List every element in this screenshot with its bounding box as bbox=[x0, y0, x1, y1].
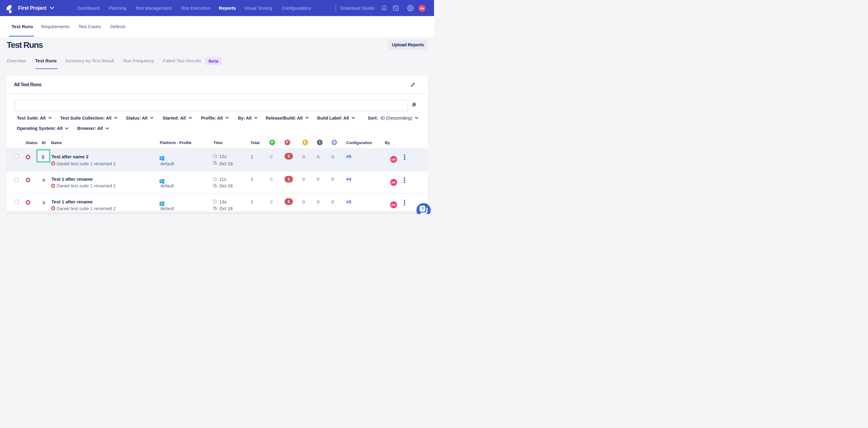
svg-text:?: ? bbox=[421, 206, 424, 211]
